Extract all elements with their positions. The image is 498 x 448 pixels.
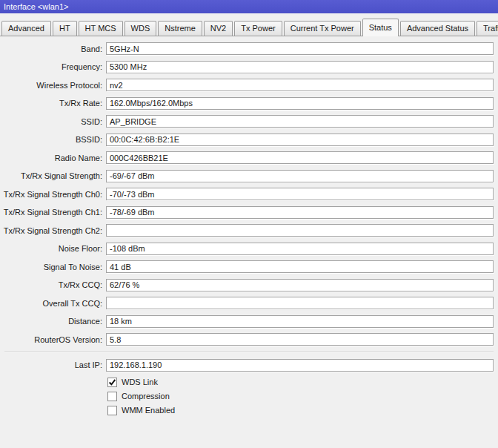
- bssid-field[interactable]: 00:0C:42:6B:B2:1E: [106, 134, 494, 146]
- checkbox-row-wmm-enabled: WMM Enabled: [107, 405, 498, 415]
- tx-rx-rate-value: 162.0Mbps/162.0Mbps: [110, 99, 193, 108]
- field-label-wireless-protocol: Wireless Protocol:: [0, 81, 102, 90]
- wds-link-checkbox[interactable]: [107, 378, 117, 387]
- compression-checkbox-label[interactable]: Compression: [122, 392, 170, 401]
- field-label-tx-rx-signal-strength-ch0: Tx/Rx Signal Strength Ch0:: [0, 190, 102, 199]
- status-form: Band:5GHz-NFrequency:5300 MHzWireless Pr…: [0, 42, 498, 346]
- tab-nstreme[interactable]: Nstreme: [158, 21, 202, 36]
- field-label-last-ip: Last IP:: [0, 360, 102, 369]
- field-label-tx-rx-signal-strength-ch1: Tx/Rx Signal Strength Ch1:: [0, 208, 102, 217]
- status-tab-panel: Band:5GHz-NFrequency:5300 MHzWireless Pr…: [0, 42, 498, 419]
- field-label-bssid: BSSID:: [0, 135, 102, 144]
- distance-value: 18 km: [110, 317, 132, 326]
- field-label-frequency: Frequency:: [0, 62, 102, 71]
- tx-rx-rate-field[interactable]: 162.0Mbps/162.0Mbps: [106, 97, 494, 110]
- field-row-last-ip: Last IP: 192.168.1.190: [0, 359, 498, 372]
- field-row-distance: Distance:18 km: [0, 315, 498, 328]
- tx-rx-signal-strength-ch1-value: -78/-69 dBm: [110, 208, 155, 217]
- tab-ht-mcs[interactable]: HT MCS: [79, 21, 123, 36]
- field-label-tx-rx-signal-strength: Tx/Rx Signal Strength:: [0, 171, 102, 180]
- field-label-tx-rx-ccq: Tx/Rx CCQ:: [0, 280, 102, 289]
- field-label-ssid: SSID:: [0, 117, 102, 126]
- tab-current-tx-power[interactable]: Current Tx Power: [284, 21, 361, 36]
- field-label-radio-name: Radio Name:: [0, 154, 102, 162]
- ssid-value: AP_BRIDGE: [110, 117, 156, 126]
- wmm-enabled-checkbox-label[interactable]: WMM Enabled: [122, 406, 175, 415]
- field-row-bssid: BSSID:00:0C:42:6B:B2:1E: [0, 134, 498, 146]
- window-titlebar[interactable]: Interface <wlan1>: [0, 0, 498, 13]
- field-row-tx-rx-signal-strength-ch0: Tx/Rx Signal Strength Ch0:-70/-73 dBm: [0, 188, 498, 200]
- signal-to-noise-field[interactable]: 41 dB: [106, 260, 494, 273]
- field-row-tx-rx-signal-strength-ch2: Tx/Rx Signal Strength Ch2:: [0, 224, 498, 237]
- last-ip-value: 192.168.1.190: [110, 360, 162, 369]
- radio-name-value: 000C426BB21E: [110, 154, 168, 162]
- tab-traffic[interactable]: Traffic: [477, 21, 498, 36]
- field-label-distance: Distance:: [0, 317, 102, 326]
- field-label-band: Band:: [0, 45, 102, 53]
- field-label-overall-tx-ccq: Overall Tx CCQ:: [0, 299, 102, 308]
- signal-to-noise-value: 41 dB: [110, 263, 131, 271]
- band-field[interactable]: 5GHz-N: [106, 42, 494, 55]
- noise-floor-field[interactable]: -108 dBm: [106, 243, 494, 255]
- field-row-tx-rx-ccq: Tx/Rx CCQ:62/76 %: [0, 279, 498, 291]
- tx-rx-signal-strength-ch2-field[interactable]: [106, 224, 494, 237]
- field-row-radio-name: Radio Name:000C426BB21E: [0, 151, 498, 164]
- field-label-tx-rx-signal-strength-ch2: Tx/Rx Signal Strength Ch2:: [0, 226, 102, 235]
- field-row-routeros-version: RouterOS Version:5.8: [0, 333, 498, 346]
- field-label-tx-rx-rate: Tx/Rx Rate:: [0, 99, 102, 108]
- frequency-field[interactable]: 5300 MHz: [106, 61, 494, 73]
- field-row-noise-floor: Noise Floor:-108 dBm: [0, 243, 498, 255]
- tab-advanced-status[interactable]: Advanced Status: [400, 21, 475, 36]
- tab-advanced[interactable]: Advanced: [1, 21, 51, 36]
- tx-rx-signal-strength-ch0-value: -70/-73 dBm: [110, 190, 155, 199]
- overall-tx-ccq-field[interactable]: [106, 297, 494, 309]
- field-row-ssid: SSID:AP_BRIDGE: [0, 115, 498, 128]
- frequency-value: 5300 MHz: [110, 62, 147, 71]
- field-row-tx-rx-rate: Tx/Rx Rate:162.0Mbps/162.0Mbps: [0, 97, 498, 110]
- tab-status[interactable]: Status: [362, 19, 399, 36]
- wireless-protocol-field[interactable]: nv2: [106, 79, 494, 91]
- last-ip-field[interactable]: 192.168.1.190: [106, 359, 494, 372]
- checkbox-row-compression: Compression: [107, 391, 498, 401]
- field-row-band: Band:5GHz-N: [0, 42, 498, 55]
- checkbox-row-wds-link: WDS Link: [107, 377, 498, 387]
- tab-ht[interactable]: HT: [53, 21, 77, 36]
- field-row-tx-rx-signal-strength: Tx/Rx Signal Strength:-69/-67 dBm: [0, 170, 498, 182]
- band-value: 5GHz-N: [110, 45, 139, 53]
- noise-floor-value: -108 dBm: [110, 244, 145, 253]
- compression-checkbox[interactable]: [107, 392, 117, 401]
- section-separator: [4, 352, 494, 353]
- field-row-frequency: Frequency:5300 MHz: [0, 61, 498, 73]
- routeros-version-field[interactable]: 5.8: [106, 333, 494, 346]
- field-row-overall-tx-ccq: Overall Tx CCQ:: [0, 297, 498, 309]
- tx-rx-ccq-field[interactable]: 62/76 %: [106, 279, 494, 291]
- field-label-routeros-version: RouterOS Version:: [0, 335, 102, 344]
- routeros-version-value: 5.8: [110, 335, 121, 344]
- wds-link-checkbox-label[interactable]: WDS Link: [122, 378, 158, 386]
- tx-rx-signal-strength-ch1-field[interactable]: -78/-69 dBm: [106, 206, 494, 219]
- ssid-field[interactable]: AP_BRIDGE: [106, 115, 494, 128]
- window-title: Interface <wlan1>: [4, 2, 68, 11]
- wireless-protocol-value: nv2: [110, 81, 123, 90]
- checkmark-icon: [108, 378, 116, 386]
- tx-rx-signal-strength-ch0-field[interactable]: -70/-73 dBm: [106, 188, 494, 200]
- bssid-value: 00:0C:42:6B:B2:1E: [110, 135, 179, 144]
- field-row-signal-to-noise: Signal To Noise:41 dB: [0, 260, 498, 273]
- field-row-tx-rx-signal-strength-ch1: Tx/Rx Signal Strength Ch1:-78/-69 dBm: [0, 206, 498, 219]
- checkbox-group: WDS LinkCompressionWMM Enabled: [0, 377, 498, 415]
- wmm-enabled-checkbox[interactable]: [107, 406, 117, 415]
- distance-field[interactable]: 18 km: [106, 315, 494, 328]
- tab-strip: AdvancedHTHT MCSWDSNstremeNV2Tx PowerCur…: [0, 18, 498, 36]
- tx-rx-ccq-value: 62/76 %: [110, 280, 139, 289]
- tab-wds[interactable]: WDS: [124, 21, 157, 36]
- field-label-signal-to-noise: Signal To Noise:: [0, 263, 102, 271]
- field-label-noise-floor: Noise Floor:: [0, 244, 102, 253]
- tab-nv2[interactable]: NV2: [204, 21, 233, 36]
- tx-rx-signal-strength-value: -69/-67 dBm: [110, 171, 155, 180]
- field-row-wireless-protocol: Wireless Protocol:nv2: [0, 79, 498, 91]
- radio-name-field[interactable]: 000C426BB21E: [106, 151, 494, 164]
- tab-tx-power[interactable]: Tx Power: [234, 21, 282, 36]
- tx-rx-signal-strength-field[interactable]: -69/-67 dBm: [106, 170, 494, 182]
